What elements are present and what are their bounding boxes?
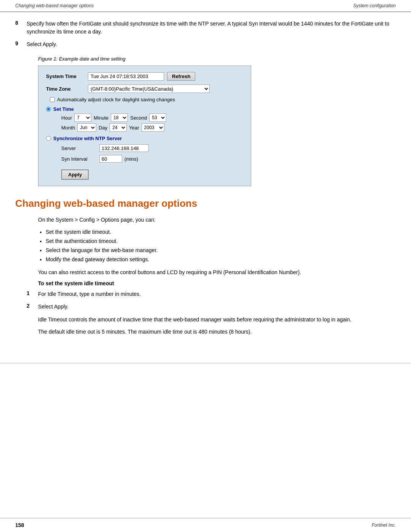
set-time-section: Set Time Hour 7 Minute 18 Second 53 <box>46 106 243 132</box>
main-content: 8 Specify how often the FortiGate unit s… <box>0 12 411 363</box>
hms-row: Hour 7 Minute 18 Second 53 <box>61 113 243 122</box>
para3: The default idle time out is 5 minutes. … <box>38 328 396 336</box>
bottom-step-1-text: For Idle Timeout, type a number in minut… <box>38 290 141 298</box>
system-time-input[interactable] <box>88 72 164 81</box>
set-time-radio[interactable] <box>46 107 51 112</box>
apply-button[interactable]: Apply <box>61 169 89 180</box>
footer-company: Fortinet Inc. <box>372 522 396 528</box>
bullet-item-4: Modify the dead gateway detection settin… <box>46 255 396 264</box>
header-right: System configuration <box>353 3 396 8</box>
month-select[interactable]: Jun <box>77 123 96 132</box>
subsection-heading: To set the system idle timeout <box>38 280 396 286</box>
timezone-label: Time Zone <box>46 86 88 92</box>
step-9: 9 Select Apply. <box>15 40 396 48</box>
figure-caption: Figure 1: Example date and time setting <box>38 56 396 62</box>
day-label: Day <box>99 125 107 131</box>
day-select[interactable]: 24 <box>110 123 127 132</box>
auto-adjust-label: Automatically adjust clock for daylight … <box>57 97 175 102</box>
ntp-radio-section: Synchronize with NTP Server Server Syn I… <box>46 136 243 163</box>
bottom-step-1-num: 1 <box>27 290 38 298</box>
step-9-text: Select Apply. <box>27 40 57 48</box>
footer-page-num: 158 <box>15 522 24 528</box>
hour-label: Hour <box>61 115 72 121</box>
ui-panel: System Time Refresh Time Zone (GMT-8:00)… <box>38 66 251 186</box>
system-time-row: System Time Refresh <box>46 72 243 81</box>
hour-select[interactable]: 7 <box>74 113 91 122</box>
header-left: Changing web-based manager options <box>15 3 94 8</box>
bottom-step-2: 2 Select Apply. <box>27 303 396 311</box>
figure-caption-normal: Example date and time setting <box>57 56 126 62</box>
server-row: Server <box>61 144 243 152</box>
bottom-step-2-text: Select Apply. <box>38 303 68 311</box>
second-label: Second <box>130 115 147 121</box>
sync-radio[interactable] <box>46 136 51 141</box>
set-time-radio-row: Set Time <box>46 106 243 112</box>
step-8-text: Specify how often the FortiGate unit sho… <box>27 20 396 36</box>
para1: You can also restrict access to the cont… <box>38 268 396 276</box>
intro-text: On the System > Config > Options page, y… <box>38 216 396 224</box>
bottom-step-2-num: 2 <box>27 303 38 311</box>
mdy-row: Month Jun Day 24 Year 2003 <box>61 123 243 132</box>
second-select[interactable]: 53 <box>149 113 166 122</box>
page-footer: 158 Fortinet Inc. <box>0 518 411 532</box>
auto-adjust-checkbox[interactable] <box>50 97 55 102</box>
set-time-label: Set Time <box>53 106 74 112</box>
bottom-step-1: 1 For Idle Timeout, type a number in min… <box>27 290 396 298</box>
bullet-item-3: Select the language for the web-base man… <box>46 246 396 255</box>
bullet-list: Set the system idle timeout. Set the aut… <box>46 228 396 264</box>
sync-label: Synchronize with NTP Server <box>53 136 122 141</box>
syn-interval-row: Syn Interval (mins) <box>61 155 243 163</box>
syn-interval-unit: (mins) <box>124 156 138 162</box>
year-select[interactable]: 2003 <box>142 123 164 132</box>
section-heading: Changing web-based manager options <box>15 198 396 209</box>
page-header: Changing web-based manager options Syste… <box>0 0 411 12</box>
timezone-select[interactable]: (GMT-8:00)Pacific Time(US&Canada) <box>88 85 210 93</box>
month-label: Month <box>61 125 75 131</box>
bullet-item-2: Set the authentication timeout. <box>46 237 396 246</box>
syn-interval-label: Syn Interval <box>61 156 99 162</box>
minute-label: Minute <box>94 115 108 121</box>
step-8-num: 8 <box>15 20 27 36</box>
sync-radio-row: Synchronize with NTP Server <box>46 136 243 141</box>
step-8: 8 Specify how often the FortiGate unit s… <box>15 20 396 36</box>
bullet-item-1: Set the system idle timeout. <box>46 228 396 237</box>
figure-caption-bold: Figure 1: <box>38 56 57 62</box>
server-input[interactable] <box>99 144 149 152</box>
timezone-row: Time Zone (GMT-8:00)Pacific Time(US&Cana… <box>46 85 243 93</box>
figure-container: Figure 1: Example date and time setting … <box>38 56 396 186</box>
minute-select[interactable]: 18 <box>111 113 128 122</box>
refresh-button[interactable]: Refresh <box>167 72 195 81</box>
auto-adjust-row: Automatically adjust clock for daylight … <box>50 97 243 102</box>
system-time-label: System Time <box>46 73 88 79</box>
syn-interval-input[interactable] <box>99 155 122 163</box>
para2: Idle Timeout controls the amount of inac… <box>38 315 396 324</box>
year-label: Year <box>129 125 139 131</box>
step-9-num: 9 <box>15 40 27 48</box>
server-label: Server <box>61 145 99 151</box>
ntp-section: Server Syn Interval (mins) <box>61 144 243 163</box>
